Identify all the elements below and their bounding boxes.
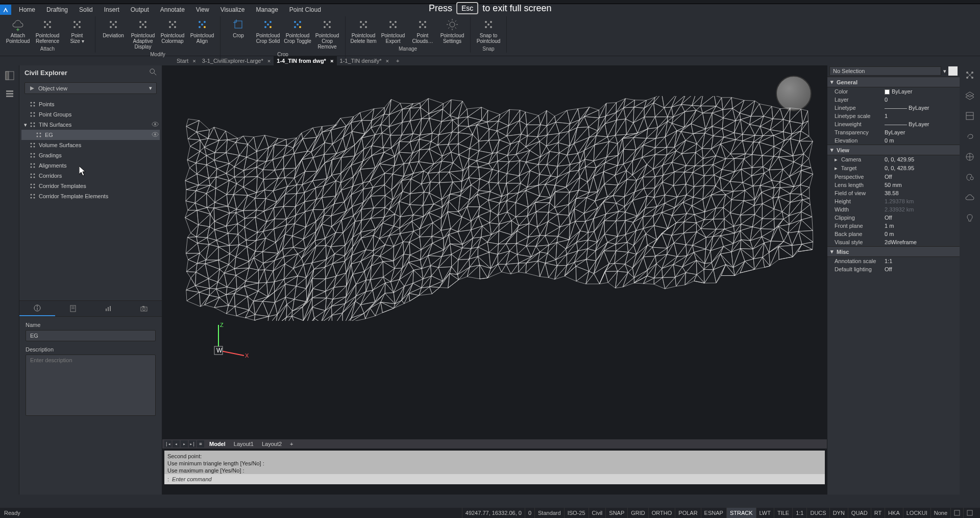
prop-camera[interactable]: ▸ Camera0, 0, 429.95 bbox=[827, 155, 960, 164]
doc-tab-add[interactable]: + bbox=[392, 56, 403, 65]
layout-last-icon[interactable]: ▸| bbox=[189, 440, 196, 448]
status-standard[interactable]: Standard bbox=[534, 508, 564, 518]
selection-filter[interactable]: No Selection bbox=[829, 66, 941, 76]
selection-dropdown-icon[interactable]: ▾ bbox=[943, 68, 946, 75]
doc-tab-start[interactable]: Start× bbox=[174, 56, 199, 65]
prop-default-lighting[interactable]: Default lightingOff bbox=[827, 265, 960, 273]
point-size-button[interactable]: PointSize ▾ bbox=[62, 16, 92, 45]
menu-drafting[interactable]: Drafting bbox=[41, 5, 74, 14]
status-lockui[interactable]: LOCKUI bbox=[903, 508, 930, 518]
tree-point-groups[interactable]: Point Groups bbox=[21, 109, 160, 120]
pc-settings-button[interactable]: PointcloudSettings bbox=[437, 16, 467, 45]
prop-annotation-scale[interactable]: Annotation scale1:1 bbox=[827, 257, 960, 265]
visibility-icon[interactable] bbox=[152, 121, 159, 129]
pc-colormap-button[interactable]: PointcloudColormap bbox=[158, 16, 187, 51]
collapse-icon[interactable]: ▾ bbox=[830, 248, 837, 255]
layout-first-icon[interactable]: |◂ bbox=[164, 440, 172, 448]
status-layers-icon[interactable] bbox=[950, 508, 963, 518]
menu-home[interactable]: Home bbox=[13, 5, 41, 14]
prop-cat-misc[interactable]: ▾Misc bbox=[827, 246, 960, 257]
status-tile[interactable]: TILE bbox=[774, 508, 792, 518]
prop-lineweight[interactable]: Lineweight———— ByLayer bbox=[827, 120, 960, 128]
tree-points[interactable]: Points bbox=[21, 99, 160, 109]
prop-color[interactable]: ColorByLayer bbox=[827, 87, 960, 96]
layout2-tab[interactable]: Layout2 bbox=[258, 441, 286, 447]
menu-view[interactable]: View bbox=[190, 5, 215, 14]
visibility-icon[interactable] bbox=[152, 131, 159, 139]
pc-align-button[interactable]: PointcloudAlign bbox=[187, 16, 217, 51]
layout-next-icon[interactable]: ▸ bbox=[181, 440, 188, 448]
expand-icon[interactable]: ▸ bbox=[835, 156, 840, 163]
name-field[interactable]: EG bbox=[26, 330, 156, 341]
attach-pointcloud-button[interactable]: AttachPointcloud bbox=[3, 16, 33, 45]
layout-prev-icon[interactable]: ◂ bbox=[173, 440, 180, 448]
doc-tab-3-1-civilexplorer-large-[interactable]: 3-1_CivilExplorer-Large*× bbox=[199, 56, 274, 65]
prop-visual-style[interactable]: Visual style2dWireframe bbox=[827, 238, 960, 246]
tree-corridor-templates[interactable]: Corridor Templates bbox=[21, 181, 160, 191]
prop-linetype-scale[interactable]: Linetype scale1 bbox=[827, 112, 960, 120]
prop-perspective[interactable]: PerspectiveOff bbox=[827, 173, 960, 181]
status-iso25[interactable]: ISO-25 bbox=[564, 508, 589, 518]
prop-cat-view[interactable]: ▾View bbox=[827, 145, 960, 155]
layout-add-button[interactable]: + bbox=[286, 441, 297, 447]
pc-crop-toggle-button[interactable]: PointcloudCrop Toggle bbox=[283, 16, 312, 51]
doc-tab-1-1-tin-densify-[interactable]: 1-1_TIN densify*× bbox=[337, 56, 393, 65]
command-input[interactable]: : Enter command bbox=[164, 474, 825, 484]
prop-width[interactable]: Width2.33932 km bbox=[827, 205, 960, 214]
status-hka[interactable]: HKA bbox=[885, 508, 903, 518]
pc-crop-solid-button[interactable]: PointcloudCrop Solid bbox=[253, 16, 283, 51]
layout-list-icon[interactable]: ≡ bbox=[197, 440, 204, 448]
panel-config-icon[interactable] bbox=[963, 68, 976, 82]
tree-eg[interactable]: EG bbox=[21, 130, 160, 140]
select-similar-icon[interactable] bbox=[948, 66, 958, 76]
prop-field-of-view[interactable]: Field of view38.58 bbox=[827, 189, 960, 197]
tree-alignments[interactable]: Alignments bbox=[21, 160, 160, 171]
expand-icon[interactable]: ▾ bbox=[22, 122, 29, 128]
menu-solid[interactable]: Solid bbox=[74, 5, 99, 14]
status-ducs[interactable]: DUCS bbox=[806, 508, 829, 518]
status-civil[interactable]: Civil bbox=[589, 508, 606, 518]
close-icon[interactable]: × bbox=[192, 58, 196, 64]
deviation-button[interactable]: Deviation bbox=[99, 16, 128, 51]
status-quad[interactable]: QUAD bbox=[848, 508, 871, 518]
menu-point-cloud[interactable]: Point Cloud bbox=[284, 5, 327, 14]
status-11[interactable]: 1:1 bbox=[792, 508, 806, 518]
expand-icon[interactable]: ▸ bbox=[835, 165, 840, 172]
prop-height[interactable]: Height1.29378 km bbox=[827, 197, 960, 205]
pc-crop-remove-button[interactable]: PointcloudCrop Remove bbox=[312, 16, 342, 51]
crop-button[interactable]: Crop bbox=[224, 16, 253, 51]
command-history[interactable]: Second point:Use minimum triangle length… bbox=[164, 451, 825, 474]
prop-front-plane[interactable]: Front plane1 m bbox=[827, 222, 960, 230]
status-strack[interactable]: STRACK bbox=[726, 508, 756, 518]
description-field[interactable]: Enter description bbox=[26, 355, 156, 416]
tree-tin-surfaces[interactable]: ▾TIN Surfaces bbox=[21, 120, 160, 130]
view-mode-select[interactable]: Object view ▾ bbox=[24, 82, 157, 94]
menu-visualize[interactable]: Visualize bbox=[215, 5, 251, 14]
layout1-tab[interactable]: Layout1 bbox=[230, 441, 258, 447]
search-icon[interactable] bbox=[150, 68, 157, 77]
pc-adaptive-button[interactable]: PointcloudAdaptive Display bbox=[128, 16, 158, 51]
status-none[interactable]: None bbox=[930, 508, 950, 518]
menu-manage[interactable]: Manage bbox=[250, 5, 283, 14]
app-logo[interactable] bbox=[0, 5, 11, 15]
render-icon[interactable] bbox=[963, 171, 976, 184]
prop-elevation[interactable]: Elevation0 m bbox=[827, 136, 960, 145]
prop-layer[interactable]: Layer0 bbox=[827, 96, 960, 104]
tool-palettes-icon[interactable] bbox=[963, 109, 976, 123]
status-settings-icon[interactable] bbox=[963, 508, 976, 518]
definition-tab[interactable] bbox=[55, 301, 91, 316]
prop-linetype[interactable]: Linetype———— ByLayer bbox=[827, 104, 960, 112]
layers-panel-icon[interactable] bbox=[963, 89, 976, 102]
collapse-icon[interactable]: ▾ bbox=[830, 79, 837, 85]
civil-explorer-toggle-icon[interactable] bbox=[3, 68, 17, 83]
close-icon[interactable]: × bbox=[385, 58, 389, 64]
tree-gradings[interactable]: Gradings bbox=[21, 150, 160, 160]
prop-cat-general[interactable]: ▾General bbox=[827, 77, 960, 87]
statistics-tab[interactable] bbox=[91, 301, 127, 316]
drawing-explorer-icon[interactable] bbox=[3, 87, 17, 101]
tree-corridors[interactable]: Corridors bbox=[21, 171, 160, 181]
prop-target[interactable]: ▸ Target0, 0, 428.95 bbox=[827, 164, 960, 173]
prop-clipping[interactable]: ClippingOff bbox=[827, 214, 960, 222]
doc-tab-1-4-tin-from-dwg-[interactable]: 1-4_TIN from dwg*× bbox=[274, 56, 336, 65]
model-tab[interactable]: Model bbox=[205, 441, 230, 447]
